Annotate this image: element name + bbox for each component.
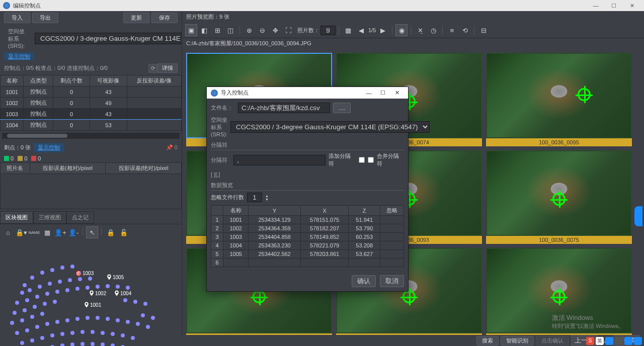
select-icon[interactable]: ↖	[86, 226, 98, 238]
point-confirm-button[interactable]: 点击确认	[536, 336, 569, 345]
rotate-icon[interactable]: ⟲	[459, 24, 471, 36]
table-row[interactable]: 210022534364.359578182.20753.790	[211, 224, 404, 233]
tray-icon-4[interactable]	[634, 337, 642, 345]
gcp-marker[interactable]: 1002	[88, 289, 106, 297]
side-widget[interactable]	[634, 206, 642, 226]
gcp-col-header[interactable]: 点类型	[24, 75, 53, 86]
gcp-marker[interactable]: 🎯1003	[75, 271, 94, 276]
view-tab[interactable]: 点之记	[66, 211, 94, 224]
minimize-button[interactable]: —	[587, 3, 605, 9]
gcp-col-header[interactable]: 刺点个数	[53, 75, 90, 86]
dialog-srs-select[interactable]: CGCS2000 / 3-degree Gauss-Kruger CM 114E…	[230, 121, 430, 133]
view-tab[interactable]: 区块视图	[0, 211, 33, 224]
photo-count-label: 照片数：	[297, 27, 319, 34]
gcp-col-header[interactable]: 可视影像	[90, 75, 127, 86]
merge-sep-checkbox[interactable]	[368, 157, 374, 163]
fit-icon[interactable]: ⛶	[282, 24, 294, 36]
save-button[interactable]: 保存	[151, 13, 178, 23]
refresh-icon[interactable]: ⟳	[148, 64, 157, 73]
show-control-link-2[interactable]: 显示控制	[34, 143, 64, 152]
browse-button[interactable]: …	[333, 103, 351, 113]
tray-icon-1[interactable]	[605, 337, 613, 345]
mode4-icon[interactable]: ◫	[224, 24, 236, 36]
ok-button[interactable]: 确认	[352, 275, 376, 287]
table-row[interactable]: 310032534404.858578149.85260.253	[211, 233, 404, 241]
add-sep-checkbox[interactable]	[359, 157, 365, 163]
cancel-button[interactable]: 取消	[380, 275, 404, 287]
update-button[interactable]: 更新	[123, 13, 149, 23]
photo-thumbnail[interactable]: 100_0036_0109	[486, 248, 632, 335]
gcp-col-header[interactable]: 名称	[1, 75, 24, 86]
adjust1-icon[interactable]: ✕̤	[414, 24, 426, 36]
name-toggle-icon[interactable]: NAME	[28, 226, 40, 238]
spin-up-icon[interactable]: ▲	[265, 194, 269, 198]
zoom-in-icon[interactable]: ⊕	[243, 24, 255, 36]
dialog-maximize-button[interactable]: ☐	[376, 90, 390, 96]
view-tab[interactable]: 三维视图	[33, 211, 66, 224]
h-scrollbar[interactable]	[2, 133, 180, 139]
table-row[interactable]: 410042534363.230578221.07953.208	[211, 241, 404, 250]
mode2-icon[interactable]: ◧	[198, 24, 210, 36]
grid-icon[interactable]: ▦	[41, 226, 53, 238]
pin-icon[interactable]: 📌 0	[166, 144, 178, 151]
gcp-marker[interactable]: 1004	[113, 289, 131, 297]
adjust2-icon[interactable]: ◷	[427, 24, 439, 36]
person-add-icon[interactable]: 👤+	[54, 226, 66, 238]
show-control-link[interactable]: 显示控制	[4, 52, 34, 60]
mode3-icon[interactable]: ⊞	[211, 24, 223, 36]
table-row[interactable]: 6	[211, 258, 404, 267]
tray-icon-2[interactable]	[615, 337, 623, 345]
dialog-minimize-button[interactable]: —	[362, 90, 376, 96]
unlock-icon[interactable]: 🔓	[118, 226, 130, 238]
svg-point-3	[108, 276, 110, 278]
export-button[interactable]: 导出	[32, 13, 58, 23]
search-button[interactable]: 搜索	[476, 336, 499, 345]
dialog-srs-label: 空间坐标系(SRS):	[211, 116, 227, 137]
details-button[interactable]: 详情	[157, 63, 178, 73]
grid-view-icon[interactable]: ▦	[342, 24, 354, 36]
brackets-display: [ ][,]	[211, 170, 404, 179]
target-icon[interactable]: ◉	[395, 24, 408, 36]
dialog-close-button[interactable]: ✕	[390, 90, 404, 96]
spin-down-icon[interactable]: ▼	[265, 198, 269, 201]
window-title: 编辑控制点	[13, 2, 587, 10]
file-input[interactable]	[238, 103, 330, 113]
sep-input[interactable]	[233, 155, 326, 165]
lock-view-icon[interactable]: 🔒▾	[15, 226, 27, 238]
table-row[interactable]: 1004控制点053	[1, 120, 182, 131]
home-icon[interactable]: ⌂	[2, 226, 14, 238]
merge-sep-label: 合并分隔符	[377, 152, 404, 167]
mode1-icon[interactable]: ▣	[185, 24, 197, 36]
next-page-icon[interactable]: ▶	[377, 24, 389, 36]
block-view[interactable]: 10011002🎯100310041005	[0, 240, 182, 335]
gcp-marker[interactable]: 1005	[106, 273, 124, 281]
ime-icon[interactable]: S	[586, 337, 594, 345]
import-button[interactable]: 导入	[4, 13, 30, 23]
person-remove-icon[interactable]: 👤-	[67, 226, 79, 238]
gcp-marker[interactable]: 1001	[83, 301, 101, 309]
close-button[interactable]: ✕	[623, 3, 641, 9]
zoom-out-icon[interactable]: ⊖	[256, 24, 268, 36]
table-row[interactable]: 510052534402.562578203.86153.627	[211, 250, 404, 258]
gcp-col-header[interactable]: 反投影误差/像	[127, 75, 181, 86]
tray-icon-3[interactable]	[624, 337, 632, 345]
ignore-rows-input[interactable]	[247, 193, 262, 202]
table-row[interactable]: 1003控制点043	[1, 109, 182, 120]
table-row[interactable]: 1001控制点043	[1, 86, 182, 98]
list1-icon[interactable]: ≡	[446, 24, 458, 36]
photo-thumbnail[interactable]: 100_0036_0075	[486, 150, 632, 244]
photo-count-input[interactable]	[320, 26, 336, 35]
window-titlebar: 编辑控制点 — ☐ ✕	[0, 0, 644, 11]
settings-grid-icon[interactable]: ⊟	[477, 24, 490, 36]
maximize-button[interactable]: ☐	[605, 3, 623, 9]
lock-icon[interactable]: 🔒	[105, 226, 117, 238]
smart-recognize-button[interactable]: 智能识别	[501, 336, 534, 345]
photo-thumbnail[interactable]: 100_0036_0095	[486, 53, 632, 146]
prev-page-icon[interactable]: ◀	[355, 24, 367, 36]
svg-point-1	[91, 292, 93, 294]
pan-icon[interactable]: ✥	[269, 24, 281, 36]
map-toolbar: ⌂ 🔒▾ NAME ▦ 👤+ 👤- ↖ 🔒 🔓	[0, 224, 182, 240]
table-row[interactable]: 1002控制点049	[1, 98, 182, 109]
lang-icon[interactable]: 英	[596, 337, 604, 345]
table-row[interactable]: 110012534334.129578151.07551.941	[211, 216, 404, 224]
